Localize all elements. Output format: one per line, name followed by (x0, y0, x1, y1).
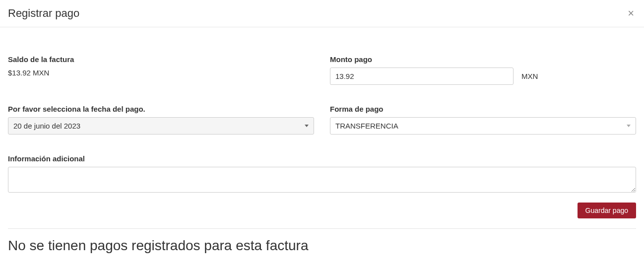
close-button[interactable]: × (626, 8, 636, 19)
amount-input[interactable] (330, 68, 514, 85)
date-column: Por favor selecciona la fecha del pago. … (8, 105, 314, 135)
modal-title: Registrar pago (8, 7, 79, 20)
amount-input-wrapper: MXN (330, 68, 636, 85)
close-icon: × (628, 7, 634, 19)
date-select-value: 20 de junio del 2023 (13, 122, 80, 130)
divider (8, 228, 636, 229)
save-payment-button[interactable]: Guardar pago (578, 203, 636, 218)
amount-column: Monto pago MXN (330, 55, 636, 85)
additional-info-textarea[interactable] (8, 167, 636, 193)
modal-body: Saldo de la factura $13.92 MXN Monto pag… (0, 27, 644, 262)
payment-method-select[interactable]: TRANSFERENCIA (330, 117, 636, 135)
method-column: Forma de pago TRANSFERENCIA (330, 105, 636, 135)
method-select-value: TRANSFERENCIA (335, 122, 398, 130)
balance-value: $13.92 MXN (8, 68, 314, 77)
balance-column: Saldo de la factura $13.92 MXN (8, 55, 314, 85)
method-label: Forma de pago (330, 105, 636, 113)
form-row-balance-amount: Saldo de la factura $13.92 MXN Monto pag… (8, 55, 636, 85)
no-payments-message: No se tienen pagos registrados para esta… (8, 238, 636, 254)
date-select[interactable]: 20 de junio del 2023 (8, 117, 314, 135)
amount-label: Monto pago (330, 55, 636, 64)
amount-currency: MXN (521, 72, 538, 80)
caret-down-icon (627, 125, 631, 127)
additional-label: Información adicional (8, 154, 636, 163)
date-label: Por favor selecciona la fecha del pago. (8, 105, 314, 113)
modal-header: Registrar pago × (0, 0, 644, 27)
caret-down-icon (305, 125, 309, 127)
form-row-additional: Información adicional (8, 154, 636, 195)
balance-label: Saldo de la factura (8, 55, 314, 64)
button-row: Guardar pago (8, 203, 636, 218)
form-row-date-method: Por favor selecciona la fecha del pago. … (8, 105, 636, 135)
